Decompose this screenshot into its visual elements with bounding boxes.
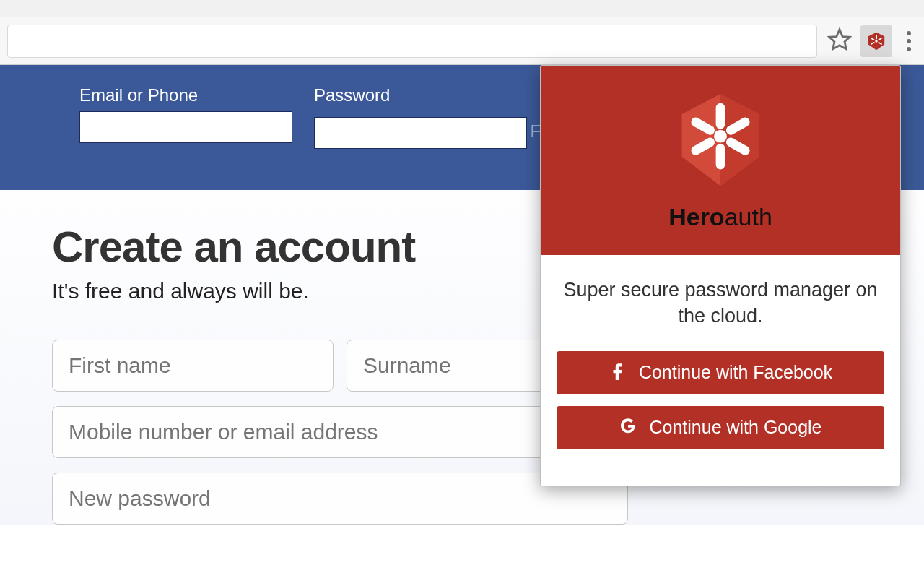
- heroauth-logo-icon: [670, 90, 771, 194]
- google-icon: [619, 416, 637, 439]
- svg-rect-11: [716, 103, 725, 129]
- continue-facebook-button[interactable]: Continue with Facebook: [557, 351, 884, 394]
- facebook-icon: [609, 361, 627, 384]
- heroauth-extension-button[interactable]: [860, 25, 892, 57]
- continue-facebook-label: Continue with Facebook: [639, 362, 832, 383]
- svg-point-2: [875, 40, 877, 42]
- brand-bold: Hero: [668, 203, 724, 230]
- browser-menu-icon[interactable]: [901, 31, 917, 51]
- continue-google-label: Continue with Google: [649, 417, 821, 438]
- password-input[interactable]: [314, 117, 527, 149]
- popup-tagline: Super secure password manager on the clo…: [557, 277, 884, 329]
- browser-tab-strip: [0, 0, 924, 17]
- continue-google-button[interactable]: Continue with Google: [557, 406, 884, 449]
- bookmark-star-icon[interactable]: [827, 27, 852, 55]
- brand-thin: auth: [725, 203, 772, 230]
- address-bar[interactable]: [7, 25, 817, 58]
- svg-marker-0: [829, 29, 850, 48]
- svg-rect-6: [876, 35, 877, 39]
- svg-rect-14: [716, 143, 725, 169]
- first-name-input[interactable]: [52, 340, 334, 392]
- extension-popup: Heroauth Super secure password manager o…: [540, 65, 901, 486]
- browser-toolbar: [0, 17, 924, 65]
- email-label: Email or Phone: [79, 85, 292, 105]
- popup-header: Heroauth: [541, 66, 900, 255]
- email-input[interactable]: [79, 111, 292, 143]
- svg-marker-10: [720, 94, 759, 186]
- brand-name: Heroauth: [668, 203, 772, 231]
